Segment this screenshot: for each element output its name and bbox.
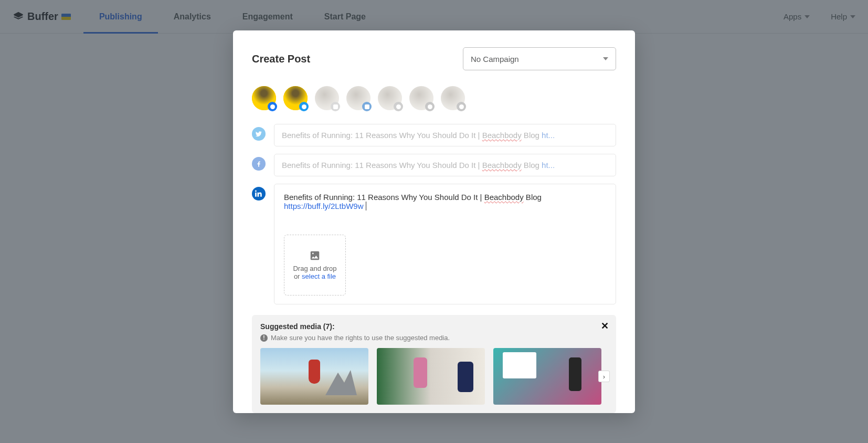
close-suggested-button[interactable]: ✕ [601,320,609,332]
linkedin-icon [252,187,266,201]
modal-title: Create Post [252,53,310,65]
caret-down-icon [603,57,608,60]
channel-facebook[interactable] [252,86,276,110]
channel-twitter[interactable] [283,86,308,110]
suggested-note: ! Make sure you have the rights to use t… [260,334,608,342]
media-dropzone[interactable]: Drag and drop or select a file [284,235,346,296]
tiktok-icon [457,102,466,111]
suggested-thumbnails: › [260,348,608,405]
pinterest-icon [394,102,403,111]
campaign-selected-label: No Campaign [471,55,519,64]
channel-tiktok[interactable] [409,86,433,110]
post-row-twitter: Benefits of Running: 11 Reasons Why You … [252,124,616,146]
channel-picker [252,86,616,110]
facebook-icon [252,157,266,171]
post-row-linkedin: Benefits of Running: 11 Reasons Why You … [252,184,616,304]
image-icon [309,250,321,261]
suggested-thumb-2[interactable] [377,348,485,405]
facebook-icon [268,102,277,111]
thumbs-next-button[interactable]: › [598,371,610,382]
dropzone-text: Drag and drop or select a file [293,265,336,280]
select-file-link[interactable]: select a file [302,272,336,280]
tiktok-icon [425,102,435,111]
post-row-facebook: Benefits of Running: 11 Reasons Why You … [252,154,616,176]
text-cursor [363,202,366,210]
channel-tiktok-2[interactable] [441,86,465,110]
suggested-thumb-1[interactable] [260,348,368,405]
twitter-post-preview[interactable]: Benefits of Running: 11 Reasons Why You … [274,124,616,146]
twitter-icon [299,102,309,111]
linkedin-icon [362,102,372,111]
facebook-post-preview[interactable]: Benefits of Running: 11 Reasons Why You … [274,154,616,176]
suggested-title: Suggested media (7): [260,322,608,331]
post-editors: Benefits of Running: 11 Reasons Why You … [252,124,616,304]
campaign-select[interactable]: No Campaign [463,47,616,70]
modal-header: Create Post No Campaign [252,47,616,70]
post-link-line: https://buff.ly/2LtbW9w [284,202,606,210]
create-post-modal: Create Post No Campaign [233,30,635,413]
suggested-media-panel
  : ✕ Suggested media (7): ! Make sure you h… [252,315,616,413]
suggested-thumb-3[interactable] [493,348,601,405]
info-icon: ! [260,334,268,342]
channel-pinterest[interactable] [378,86,402,110]
channel-instagram[interactable] [315,86,339,110]
post-text-line: Benefits of Running: 11 Reasons Why You … [284,193,606,202]
channel-linkedin[interactable] [346,86,371,110]
linkedin-post-editor[interactable]: Benefits of Running: 11 Reasons Why You … [274,184,616,304]
instagram-icon [331,102,340,111]
twitter-icon [252,127,266,141]
